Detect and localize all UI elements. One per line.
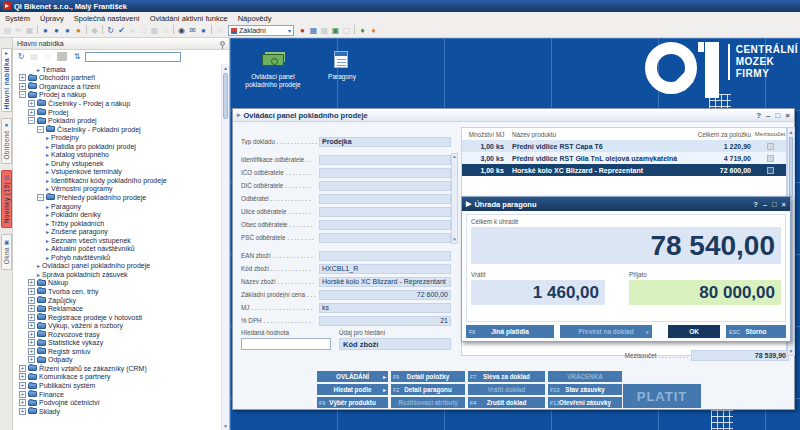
- action-button[interactable]: F7Sleva za doklad: [468, 371, 545, 382]
- flame-icon[interactable]: ♦: [368, 25, 379, 36]
- help-icon[interactable]: ?: [756, 111, 761, 120]
- tree-expander-icon[interactable]: +: [28, 314, 35, 321]
- search-icon[interactable]: ◉: [176, 25, 187, 36]
- action-button[interactable]: F2Detail paragonu: [391, 384, 465, 395]
- action-button[interactable]: F10Stav zásuvky: [548, 384, 622, 395]
- sidebar-tab[interactable]: ★ Oblíbené: [1, 118, 12, 164]
- tree-item[interactable]: + ▸ Obchodní partneři: [17, 74, 229, 83]
- menu-item[interactable]: Ovládání aktivní funkce: [145, 14, 233, 23]
- pin-icon[interactable]: [220, 41, 225, 46]
- subtotal-checkbox[interactable]: [767, 167, 774, 174]
- tree-expander-icon[interactable]: +: [19, 365, 26, 372]
- nav-ball-2-icon[interactable]: ●: [51, 25, 62, 36]
- dialog-title-bar[interactable]: ▸ Ovládací panel pokladního prodeje ? – …: [233, 109, 794, 122]
- menu-item[interactable]: Systém: [0, 14, 35, 23]
- paste-icon[interactable]: ▤: [2, 25, 13, 36]
- scroll-down-icon[interactable]: ▼: [222, 422, 229, 430]
- tree-item[interactable]: ▸ Aktuální počet návštěvníků: [17, 244, 229, 253]
- field-input[interactable]: [319, 168, 451, 178]
- tree-item[interactable]: ▸ Správa pokladních zásuvek: [17, 270, 229, 279]
- tree-item[interactable]: ▸ Katalog vstupného: [17, 150, 229, 159]
- tree-expander-icon[interactable]: +: [28, 297, 35, 304]
- sidebar-tab[interactable]: ▣ Okna: [1, 234, 12, 270]
- subtotal-checkbox[interactable]: [767, 155, 774, 162]
- field-input[interactable]: [319, 251, 451, 261]
- copy-icon[interactable]: ▣: [24, 25, 35, 36]
- field-input[interactable]: Prodejka: [319, 137, 451, 147]
- tree-expander-icon[interactable]: −: [37, 194, 44, 201]
- tree-item[interactable]: + ▸ Prodej: [17, 108, 229, 117]
- action-button[interactable]: OVLÁDÁNÍ▸: [317, 371, 388, 382]
- tree-item[interactable]: + ▸ Reklamace: [17, 304, 229, 313]
- field-input[interactable]: 21: [319, 316, 451, 326]
- help-icon[interactable]: ?: [753, 200, 758, 209]
- window-icon[interactable]: □: [138, 25, 149, 36]
- storno-button[interactable]: ESCStorno: [726, 325, 786, 338]
- menu-item[interactable]: Společná nastavení: [69, 14, 145, 23]
- tree-expander-icon[interactable]: −: [28, 117, 35, 124]
- separator[interactable]: [86, 25, 87, 34]
- designer-off-icon[interactable]: ▢: [341, 25, 352, 36]
- scroll-up-icon[interactable]: ▲: [452, 154, 457, 160]
- shortcut-paragony[interactable]: Paragony: [314, 50, 370, 81]
- field-input[interactable]: 72 600,00: [319, 290, 451, 300]
- tree-item[interactable]: − ▸ Přehledy pokladního prodeje: [17, 193, 229, 202]
- tree-item[interactable]: ▸ Pohyb návštěvníků: [17, 253, 229, 262]
- modules-icon[interactable]: ▦: [308, 25, 319, 36]
- tree-item[interactable]: ▸ Zrušené paragony: [17, 227, 229, 236]
- cut-icon[interactable]: ✂: [13, 25, 24, 36]
- tree-item[interactable]: + ▸ Řízení vztahů se zákazníky (CRM): [17, 364, 229, 373]
- tree-sort-icon[interactable]: ⇅: [72, 52, 82, 63]
- tree-expander-icon[interactable]: +: [28, 356, 35, 363]
- action-button[interactable]: Rozlišovací atributy: [391, 397, 465, 408]
- tree-expander-icon[interactable]: +: [28, 109, 35, 116]
- tree-item[interactable]: ▸ Platidla pro pokladní prodej: [17, 142, 229, 151]
- tree-refresh-icon[interactable]: ↻: [16, 52, 26, 63]
- tree-item[interactable]: ▸ Paragony: [17, 202, 229, 211]
- tree-item[interactable]: − ▸ Prodej a nákup: [17, 91, 229, 100]
- field-input[interactable]: Horské kolo XC Blizzard - Reprezentant: [319, 277, 451, 287]
- scroll-down-icon[interactable]: ▼: [788, 347, 794, 355]
- menu-item[interactable]: Úpravy: [35, 14, 69, 23]
- nav-ball-3-icon[interactable]: ●: [62, 25, 73, 36]
- tree-item[interactable]: ▸ Ovládací panel pokladního prodeje: [17, 262, 229, 271]
- action-button[interactable]: Hledat podle▸: [317, 384, 388, 395]
- action-button[interactable]: F4Zrušit doklad: [468, 397, 545, 408]
- tree-item[interactable]: + ▸ Nákup: [17, 279, 229, 288]
- tree-panels-icon[interactable]: ▤: [29, 52, 39, 63]
- scroll-up-icon[interactable]: ▲: [222, 64, 229, 72]
- tree-item[interactable]: + ▸ Sklady: [17, 407, 229, 416]
- tree-expander-icon[interactable]: +: [19, 373, 26, 380]
- tree-expander-icon[interactable]: +: [28, 331, 35, 338]
- minimize-icon[interactable]: –: [766, 111, 770, 120]
- subtotal-checkbox[interactable]: [767, 143, 774, 150]
- pay-button[interactable]: PLATIT: [623, 384, 701, 408]
- tree-expander-icon[interactable]: +: [19, 83, 26, 90]
- mail-icon[interactable]: ✉: [187, 25, 198, 36]
- sidebar-tab[interactable]: ▸ Hlavní nabídka: [1, 48, 12, 112]
- tree-expander-icon[interactable]: +: [19, 408, 26, 415]
- refresh-icon[interactable]: ↻: [105, 25, 116, 36]
- nav-ball-1-icon[interactable]: ●: [40, 25, 51, 36]
- tree-item[interactable]: ▸ Seznam všech vstupenek: [17, 236, 229, 245]
- tree-item[interactable]: + ▸ Podvojné účetnictví: [17, 398, 229, 407]
- field-input[interactable]: [319, 181, 451, 191]
- action-button[interactable]: F6Detail položky: [391, 371, 465, 382]
- tree-item[interactable]: + ▸ Tvorba cen, trhy: [17, 287, 229, 296]
- separator[interactable]: [37, 25, 38, 34]
- maximize-icon[interactable]: □: [775, 111, 780, 120]
- pause-icon[interactable]: ○: [214, 25, 225, 36]
- field-input[interactable]: ks: [319, 303, 451, 313]
- search-input[interactable]: [241, 338, 331, 350]
- tree-expander-icon[interactable]: −: [19, 91, 26, 98]
- tree-item[interactable]: + ▸ Organizace a řízení: [17, 82, 229, 91]
- scrollbar-thumb[interactable]: [789, 137, 793, 197]
- tree-item[interactable]: ▸ Věrnostní programy: [17, 185, 229, 194]
- scroll-down-icon[interactable]: ▼: [452, 237, 457, 243]
- scrollbar-thumb[interactable]: [223, 73, 228, 119]
- tree-item[interactable]: − ▸ Pokladní prodej: [17, 116, 229, 125]
- ok-button[interactable]: OK: [668, 325, 720, 338]
- received-field[interactable]: 80 000,00: [629, 280, 781, 305]
- field-input[interactable]: [319, 194, 451, 204]
- tree-item[interactable]: ▸ Identifikační kódy pokladního prodeje: [17, 176, 229, 185]
